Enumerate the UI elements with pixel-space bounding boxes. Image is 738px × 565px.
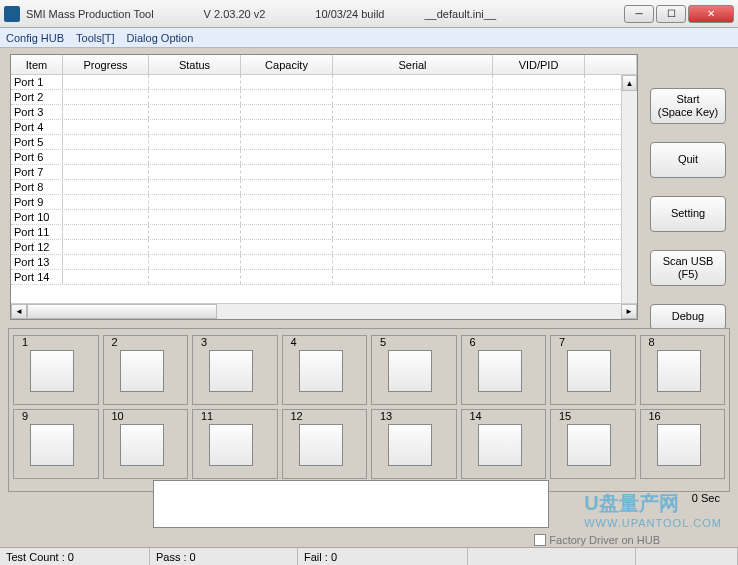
slot-button[interactable]	[30, 350, 74, 392]
table-row[interactable]: Port 12	[11, 240, 637, 255]
port-label: Port 9	[11, 195, 63, 209]
menu-tools[interactable]: Tools[T]	[76, 32, 115, 44]
port-slot-6: 6	[461, 335, 547, 405]
statusbar: Test Count : 0 Pass : 0 Fail : 0	[0, 547, 738, 565]
port-label: Port 7	[11, 165, 63, 179]
debug-button[interactable]: Debug	[650, 304, 726, 330]
scroll-right-icon[interactable]: ►	[621, 304, 637, 319]
quit-button[interactable]: Quit	[650, 142, 726, 178]
port-slot-13: 13	[371, 409, 457, 479]
horizontal-scrollbar[interactable]: ◄ ►	[11, 303, 637, 319]
slot-button[interactable]	[209, 350, 253, 392]
slot-number: 9	[20, 410, 30, 422]
scan-usb-button[interactable]: Scan USB (F5)	[650, 250, 726, 286]
port-table: Item Progress Status Capacity Serial VID…	[10, 54, 638, 320]
table-row[interactable]: Port 10	[11, 210, 637, 225]
slot-button[interactable]	[478, 424, 522, 466]
scroll-up-icon[interactable]: ▲	[622, 75, 637, 91]
col-capacity[interactable]: Capacity	[241, 55, 333, 74]
col-serial[interactable]: Serial	[333, 55, 493, 74]
port-slot-9: 9	[13, 409, 99, 479]
port-slot-14: 14	[461, 409, 547, 479]
col-item[interactable]: Item	[11, 55, 63, 74]
status-extra2	[636, 548, 738, 565]
slot-button[interactable]	[209, 424, 253, 466]
port-label: Port 5	[11, 135, 63, 149]
table-row[interactable]: Port 8	[11, 180, 637, 195]
table-row[interactable]: Port 9	[11, 195, 637, 210]
table-row[interactable]: Port 2	[11, 90, 637, 105]
scan-hint: (F5)	[678, 268, 698, 281]
col-extra[interactable]	[585, 55, 637, 74]
port-slot-10: 10	[103, 409, 189, 479]
port-label: Port 1	[11, 75, 63, 89]
slot-number: 7	[557, 336, 567, 348]
vertical-scrollbar[interactable]: ▲	[621, 75, 637, 303]
port-slot-15: 15	[550, 409, 636, 479]
slot-number: 13	[378, 410, 394, 422]
maximize-button[interactable]: ☐	[656, 5, 686, 23]
table-body: Port 1Port 2Port 3Port 4Port 5Port 6Port…	[11, 75, 637, 303]
scroll-left-icon[interactable]: ◄	[11, 304, 27, 319]
slot-button[interactable]	[657, 350, 701, 392]
titlebar: SMI Mass Production Tool V 2.03.20 v2 10…	[0, 0, 738, 28]
app-name: SMI Mass Production Tool	[26, 8, 154, 20]
table-row[interactable]: Port 4	[11, 120, 637, 135]
menu-config-hub[interactable]: Config HUB	[6, 32, 64, 44]
table-row[interactable]: Port 5	[11, 135, 637, 150]
slot-number: 5	[378, 336, 388, 348]
status-fail: Fail : 0	[298, 548, 468, 565]
table-row[interactable]: Port 11	[11, 225, 637, 240]
slot-button[interactable]	[388, 424, 432, 466]
slot-number: 10	[110, 410, 126, 422]
scroll-thumb[interactable]	[27, 304, 217, 319]
bottom-area: 0 Sec Factory Driver on HUB	[8, 480, 730, 540]
port-label: Port 14	[11, 270, 63, 284]
table-row[interactable]: Port 3	[11, 105, 637, 120]
port-slot-3: 3	[192, 335, 278, 405]
slot-button[interactable]	[120, 424, 164, 466]
start-button[interactable]: Start (Space Key)	[650, 88, 726, 124]
menu-dialog-option[interactable]: Dialog Option	[127, 32, 194, 44]
table-row[interactable]: Port 13	[11, 255, 637, 270]
slot-button[interactable]	[478, 350, 522, 392]
slot-button[interactable]	[299, 424, 343, 466]
table-row[interactable]: Port 6	[11, 150, 637, 165]
port-label: Port 12	[11, 240, 63, 254]
table-row[interactable]: Port 7	[11, 165, 637, 180]
slot-button[interactable]	[120, 350, 164, 392]
setting-button[interactable]: Setting	[650, 196, 726, 232]
slot-button[interactable]	[299, 350, 343, 392]
slot-button[interactable]	[567, 424, 611, 466]
port-slot-7: 7	[550, 335, 636, 405]
slot-button[interactable]	[567, 350, 611, 392]
slot-button[interactable]	[388, 350, 432, 392]
col-status[interactable]: Status	[149, 55, 241, 74]
port-label: Port 2	[11, 90, 63, 104]
factory-driver-checkbox[interactable]: Factory Driver on HUB	[534, 534, 660, 546]
checkbox-icon[interactable]	[534, 534, 546, 546]
table-row[interactable]: Port 14	[11, 270, 637, 285]
slot-number: 8	[647, 336, 657, 348]
col-vidpid[interactable]: VID/PID	[493, 55, 585, 74]
port-slot-5: 5	[371, 335, 457, 405]
start-hint: (Space Key)	[658, 106, 719, 119]
slot-number: 15	[557, 410, 573, 422]
build-date: 10/03/24 build	[315, 8, 384, 20]
menubar: Config HUB Tools[T] Dialog Option	[0, 28, 738, 48]
app-icon	[4, 6, 20, 22]
minimize-button[interactable]: ─	[624, 5, 654, 23]
slot-button[interactable]	[657, 424, 701, 466]
slot-button[interactable]	[30, 424, 74, 466]
port-slot-12: 12	[282, 409, 368, 479]
table-row[interactable]: Port 1	[11, 75, 637, 90]
start-label: Start	[676, 93, 699, 106]
close-button[interactable]: ✕	[688, 5, 734, 23]
port-slot-4: 4	[282, 335, 368, 405]
col-progress[interactable]: Progress	[63, 55, 149, 74]
port-label: Port 6	[11, 150, 63, 164]
slot-number: 12	[289, 410, 305, 422]
port-slot-16: 16	[640, 409, 726, 479]
port-label: Port 11	[11, 225, 63, 239]
side-buttons: Start (Space Key) Quit Setting Scan USB …	[650, 88, 726, 330]
